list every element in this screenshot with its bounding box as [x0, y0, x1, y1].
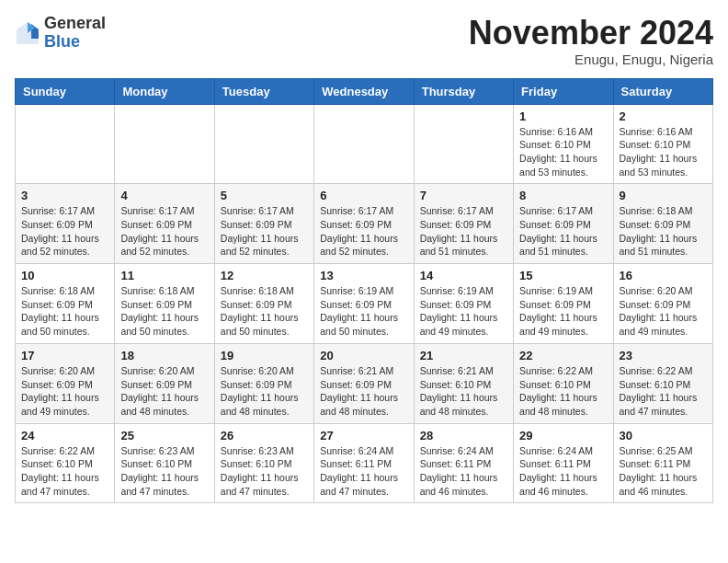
calendar-cell: 22Sunrise: 6:22 AM Sunset: 6:10 PM Dayli…: [514, 343, 613, 423]
calendar-cell: 6Sunrise: 6:17 AM Sunset: 6:09 PM Daylig…: [314, 184, 414, 264]
calendar-cell: 25Sunrise: 6:23 AM Sunset: 6:10 PM Dayli…: [115, 423, 214, 503]
day-info: Sunrise: 6:19 AM Sunset: 6:09 PM Dayligh…: [420, 284, 507, 339]
day-number: 19: [221, 349, 308, 362]
day-info: Sunrise: 6:21 AM Sunset: 6:09 PM Dayligh…: [320, 364, 407, 419]
day-info: Sunrise: 6:18 AM Sunset: 6:09 PM Dayligh…: [620, 204, 707, 259]
calendar-cell: 12Sunrise: 6:18 AM Sunset: 6:09 PM Dayli…: [214, 264, 313, 344]
day-header-tuesday: Tuesday: [214, 78, 313, 104]
day-number: 22: [519, 349, 607, 362]
day-info: Sunrise: 6:24 AM Sunset: 6:11 PM Dayligh…: [320, 444, 407, 499]
day-number: 26: [221, 429, 308, 442]
day-info: Sunrise: 6:25 AM Sunset: 6:11 PM Dayligh…: [620, 444, 707, 499]
day-number: 20: [320, 349, 407, 362]
calendar-cell: 2Sunrise: 6:16 AM Sunset: 6:10 PM Daylig…: [613, 104, 712, 184]
day-number: 15: [519, 269, 607, 282]
day-info: Sunrise: 6:20 AM Sunset: 6:09 PM Dayligh…: [620, 284, 707, 339]
day-header-sunday: Sunday: [16, 78, 115, 104]
calendar-cell: 10Sunrise: 6:18 AM Sunset: 6:09 PM Dayli…: [16, 264, 115, 344]
calendar-cell: 30Sunrise: 6:25 AM Sunset: 6:11 PM Dayli…: [613, 423, 712, 503]
month-title: November 2024: [469, 15, 713, 52]
calendar-cell: 28Sunrise: 6:24 AM Sunset: 6:11 PM Dayli…: [414, 423, 513, 503]
calendar-cell: 3Sunrise: 6:17 AM Sunset: 6:09 PM Daylig…: [16, 184, 115, 264]
logo-blue: Blue: [44, 33, 106, 52]
location: Enugu, Enugu, Nigeria: [469, 52, 713, 67]
day-number: 24: [21, 429, 108, 442]
day-number: 23: [620, 349, 707, 362]
calendar-cell: 13Sunrise: 6:19 AM Sunset: 6:09 PM Dayli…: [314, 264, 414, 344]
calendar-cell: 1Sunrise: 6:16 AM Sunset: 6:10 PM Daylig…: [514, 104, 613, 184]
calendar-cell: 21Sunrise: 6:21 AM Sunset: 6:10 PM Dayli…: [414, 343, 513, 423]
day-info: Sunrise: 6:20 AM Sunset: 6:09 PM Dayligh…: [221, 364, 308, 419]
calendar-cell: 17Sunrise: 6:20 AM Sunset: 6:09 PM Dayli…: [16, 343, 115, 423]
day-number: 18: [120, 349, 208, 362]
calendar-week-3: 10Sunrise: 6:18 AM Sunset: 6:09 PM Dayli…: [16, 264, 713, 344]
day-info: Sunrise: 6:18 AM Sunset: 6:09 PM Dayligh…: [221, 284, 308, 339]
day-info: Sunrise: 6:16 AM Sunset: 6:10 PM Dayligh…: [519, 125, 607, 179]
day-info: Sunrise: 6:24 AM Sunset: 6:11 PM Dayligh…: [420, 444, 507, 499]
day-number: 8: [519, 189, 607, 202]
day-number: 6: [320, 189, 407, 202]
title-area: November 2024 Enugu, Enugu, Nigeria: [469, 15, 713, 67]
day-number: 9: [620, 189, 707, 202]
calendar-week-2: 3Sunrise: 6:17 AM Sunset: 6:09 PM Daylig…: [16, 184, 713, 264]
calendar-week-1: 1Sunrise: 6:16 AM Sunset: 6:10 PM Daylig…: [16, 104, 713, 184]
calendar-table: SundayMondayTuesdayWednesdayThursdayFrid…: [15, 78, 713, 504]
calendar-cell: 26Sunrise: 6:23 AM Sunset: 6:10 PM Dayli…: [214, 423, 313, 503]
day-number: 13: [320, 269, 407, 282]
calendar-header-row: SundayMondayTuesdayWednesdayThursdayFrid…: [16, 78, 713, 104]
calendar-cell: 7Sunrise: 6:17 AM Sunset: 6:09 PM Daylig…: [414, 184, 513, 264]
day-header-saturday: Saturday: [613, 78, 712, 104]
day-info: Sunrise: 6:18 AM Sunset: 6:09 PM Dayligh…: [21, 284, 108, 339]
calendar-cell: [214, 104, 313, 184]
day-number: 17: [21, 349, 108, 362]
calendar-cell: [414, 104, 513, 184]
calendar-cell: 14Sunrise: 6:19 AM Sunset: 6:09 PM Dayli…: [414, 264, 513, 344]
day-info: Sunrise: 6:19 AM Sunset: 6:09 PM Dayligh…: [519, 284, 607, 339]
day-number: 1: [519, 109, 607, 123]
calendar-cell: 8Sunrise: 6:17 AM Sunset: 6:09 PM Daylig…: [514, 184, 613, 264]
day-info: Sunrise: 6:18 AM Sunset: 6:09 PM Dayligh…: [120, 284, 208, 339]
day-info: Sunrise: 6:23 AM Sunset: 6:10 PM Dayligh…: [120, 444, 208, 499]
day-info: Sunrise: 6:21 AM Sunset: 6:10 PM Dayligh…: [420, 364, 507, 419]
day-number: 11: [120, 269, 208, 282]
calendar-cell: 11Sunrise: 6:18 AM Sunset: 6:09 PM Dayli…: [115, 264, 214, 344]
calendar-cell: [314, 104, 414, 184]
calendar-cell: 29Sunrise: 6:24 AM Sunset: 6:11 PM Dayli…: [514, 423, 613, 503]
day-info: Sunrise: 6:20 AM Sunset: 6:09 PM Dayligh…: [120, 364, 208, 419]
day-number: 16: [620, 269, 707, 282]
day-number: 29: [519, 429, 607, 442]
day-number: 2: [620, 109, 707, 123]
day-info: Sunrise: 6:17 AM Sunset: 6:09 PM Dayligh…: [420, 204, 507, 259]
day-number: 28: [420, 429, 507, 442]
calendar-cell: 15Sunrise: 6:19 AM Sunset: 6:09 PM Dayli…: [514, 264, 613, 344]
page-header: General Blue November 2024 Enugu, Enugu,…: [15, 15, 713, 67]
day-number: 25: [120, 429, 208, 442]
day-info: Sunrise: 6:16 AM Sunset: 6:10 PM Dayligh…: [620, 125, 707, 179]
day-info: Sunrise: 6:20 AM Sunset: 6:09 PM Dayligh…: [21, 364, 108, 419]
day-info: Sunrise: 6:22 AM Sunset: 6:10 PM Dayligh…: [519, 364, 607, 419]
day-number: 10: [21, 269, 108, 282]
day-number: 30: [620, 429, 707, 442]
day-number: 27: [320, 429, 407, 442]
day-header-monday: Monday: [115, 78, 214, 104]
day-info: Sunrise: 6:17 AM Sunset: 6:09 PM Dayligh…: [221, 204, 308, 259]
calendar-cell: 23Sunrise: 6:22 AM Sunset: 6:10 PM Dayli…: [613, 343, 712, 423]
day-number: 21: [420, 349, 507, 362]
day-number: 3: [21, 189, 108, 202]
logo: General Blue: [15, 15, 106, 52]
calendar-cell: 16Sunrise: 6:20 AM Sunset: 6:09 PM Dayli…: [613, 264, 712, 344]
day-header-friday: Friday: [514, 78, 613, 104]
day-info: Sunrise: 6:17 AM Sunset: 6:09 PM Dayligh…: [320, 204, 407, 259]
logo-text: General Blue: [44, 15, 106, 52]
logo-icon: [15, 20, 40, 46]
day-info: Sunrise: 6:23 AM Sunset: 6:10 PM Dayligh…: [221, 444, 308, 499]
calendar-week-4: 17Sunrise: 6:20 AM Sunset: 6:09 PM Dayli…: [16, 343, 713, 423]
calendar-cell: 27Sunrise: 6:24 AM Sunset: 6:11 PM Dayli…: [314, 423, 414, 503]
calendar-cell: 24Sunrise: 6:22 AM Sunset: 6:10 PM Dayli…: [16, 423, 115, 503]
logo-general: General: [44, 15, 106, 33]
calendar-cell: 19Sunrise: 6:20 AM Sunset: 6:09 PM Dayli…: [214, 343, 313, 423]
day-info: Sunrise: 6:22 AM Sunset: 6:10 PM Dayligh…: [620, 364, 707, 419]
calendar-cell: 20Sunrise: 6:21 AM Sunset: 6:09 PM Dayli…: [314, 343, 414, 423]
calendar-cell: 4Sunrise: 6:17 AM Sunset: 6:09 PM Daylig…: [115, 184, 214, 264]
calendar-cell: 5Sunrise: 6:17 AM Sunset: 6:09 PM Daylig…: [214, 184, 313, 264]
